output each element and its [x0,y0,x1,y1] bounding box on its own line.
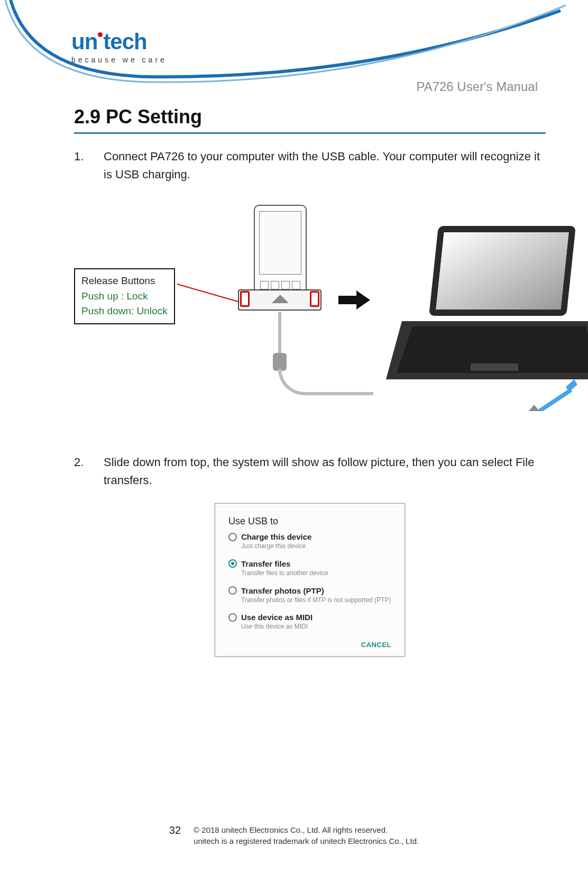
usb-dialog-screenshot: Use USB to Charge this device Just charg… [215,503,405,656]
option-label: Charge this device [241,532,311,541]
option-label: Transfer photos (PTP) [241,586,324,595]
figure-connect: Release Buttons Push up : Lock Push down… [74,199,546,422]
laptop-icon [381,221,588,413]
step-number: 2. [74,453,104,489]
callout-title: Release Buttons [81,274,168,289]
usb-option-midi[interactable]: Use device as MIDI Use this device as MI… [228,613,391,631]
callout-unlock: Push down: Unlock [81,304,168,319]
copyright-line: © 2018 unitech Electronics Co., Ltd. All… [194,825,388,834]
section-heading: 2.9 PC Setting [74,106,546,128]
svg-line-8 [539,390,571,411]
option-label: Use device as MIDI [241,613,313,622]
svg-marker-9 [528,405,539,411]
svg-marker-1 [338,290,370,310]
release-button-right-icon [310,291,319,307]
step-text: Connect PA726 to your computer with the … [104,148,546,184]
svg-rect-7 [471,363,518,371]
release-button-left-icon [240,291,250,307]
handheld-device-icon [254,205,307,295]
usb-option-transfer-files[interactable]: Transfer files Transfer files to another… [228,559,391,578]
step-item: 1. Connect PA726 to your computer with t… [74,148,546,184]
page-number: 32 [169,824,181,836]
usb-option-charge[interactable]: Charge this device Just charge this devi… [228,532,391,551]
radio-icon [228,613,237,622]
radio-selected-icon [228,559,237,568]
callout-lock: Push up : Lock [81,289,168,304]
option-sub: Just charge this device [241,542,391,551]
cancel-button[interactable]: CANCEL [361,641,391,649]
radio-icon [228,533,237,541]
usb-dialog-title: Use USB to [228,516,391,527]
radio-icon [228,586,237,595]
svg-rect-4 [436,232,568,310]
step-item: 2. Slide down from top, the system will … [74,453,546,489]
usb-option-ptp[interactable]: Transfer photos (PTP) Transfer photos or… [228,586,391,605]
arrow-right-icon [338,289,370,313]
section-rule [74,132,546,134]
trademark-line: unitech is a registered trademark of uni… [194,836,419,845]
step-number: 1. [74,148,104,184]
option-sub: Transfer files to another device [241,569,391,578]
step-text: Slide down from top, the system will sho… [104,453,546,489]
option-sub: Use this device as MIDI [241,623,391,631]
device-in-cradle [233,199,328,401]
option-sub: Transfer photos or files if MTP is not s… [241,596,391,605]
svg-line-0 [177,284,242,303]
option-label: Transfer files [241,559,290,568]
release-buttons-callout: Release Buttons Push up : Lock Push down… [74,268,175,324]
manual-page: untech because we care PA726 User's Manu… [0,0,588,873]
page-footer: 32 © 2018 unitech Electronics Co., Ltd. … [0,824,588,847]
